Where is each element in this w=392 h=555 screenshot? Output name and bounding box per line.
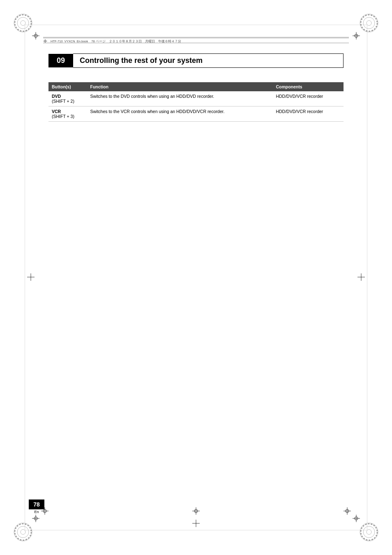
button-label-vcr: VCR (SHIFT + 3)	[48, 106, 87, 122]
col-header-function: Function	[87, 82, 273, 91]
chapter-title: Controlling the rest of your system	[73, 53, 344, 68]
svg-point-5	[363, 17, 375, 29]
reg-mark-tl	[32, 32, 39, 40]
corner-decoration-tl	[12, 12, 34, 34]
button-shift-vcr: (SHIFT + 3)	[52, 114, 74, 119]
svg-point-14	[367, 530, 371, 534]
corner-decoration-br	[358, 521, 380, 543]
divider-top	[43, 37, 349, 37]
components-dvd: HDD/DVD/VCR recorder	[272, 91, 344, 106]
components-vcr: HDD/DVD/VCR recorder	[272, 106, 344, 122]
corner-decoration-bl	[12, 521, 34, 543]
reg-mark-bl	[32, 515, 39, 523]
svg-point-8	[14, 523, 32, 541]
reg-mark-tr	[353, 32, 360, 40]
crosshair-bottom-right	[344, 507, 351, 516]
reg-mark-ml	[27, 273, 35, 282]
reg-mark-mr	[357, 273, 365, 282]
svg-point-13	[363, 526, 375, 538]
crosshair-small-left	[43, 39, 47, 44]
button-name-dvd: DVD	[52, 94, 61, 99]
svg-point-2	[21, 21, 25, 25]
chapter-number: 09	[48, 54, 73, 67]
button-name-vcr: VCR	[52, 109, 61, 114]
col-header-components: Components	[272, 82, 344, 91]
table-row: DVD (SHIFT + 2) Switches to the DVD cont…	[48, 91, 344, 106]
svg-point-10	[21, 530, 25, 534]
main-content: Button(s) Function Components DVD (SHIFT…	[48, 82, 344, 122]
function-dvd: Switches to the DVD controls when using …	[87, 91, 273, 106]
function-vcr: Switches to the VCR controls when using …	[87, 106, 273, 122]
svg-point-4	[360, 14, 378, 32]
reg-mark-br	[353, 515, 360, 523]
svg-point-0	[14, 14, 32, 32]
reg-mark-mb	[192, 520, 200, 528]
page-lang: En	[34, 510, 39, 514]
col-header-buttons: Button(s)	[48, 82, 87, 91]
crosshair-bottom-center	[192, 507, 200, 516]
svg-point-9	[17, 526, 29, 538]
crosshair-bottom-left	[41, 507, 48, 516]
chapter-header: 09 Controlling the rest of your system	[48, 53, 344, 68]
divider-bottom	[43, 43, 349, 43]
page: HTF-710_VYXCN_En.book 78 ページ ２０１０年８月２３日 …	[0, 0, 392, 555]
button-label-dvd: DVD (SHIFT + 2)	[48, 91, 87, 106]
svg-point-6	[367, 21, 371, 25]
button-shift-dvd: (SHIFT + 2)	[52, 99, 74, 104]
controls-table: Button(s) Function Components DVD (SHIFT…	[48, 82, 344, 122]
table-row: VCR (SHIFT + 3) Switches to the VCR cont…	[48, 106, 344, 122]
table-header-row: Button(s) Function Components	[48, 82, 344, 91]
svg-point-12	[360, 523, 378, 541]
svg-point-1	[17, 17, 29, 29]
corner-decoration-tr	[358, 12, 380, 34]
